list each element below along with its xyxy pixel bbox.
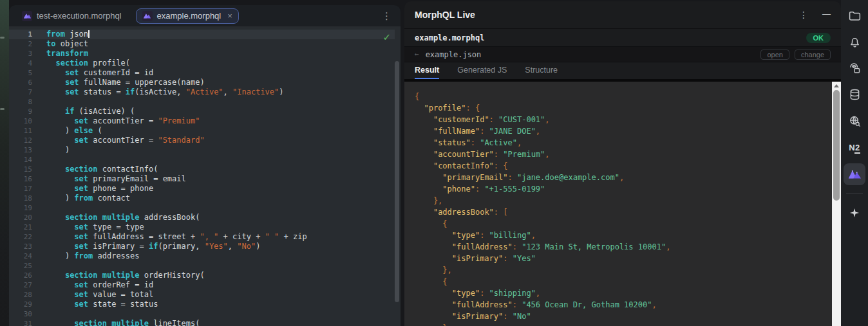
code-line: to object	[46, 39, 392, 49]
text-token	[46, 107, 65, 116]
json-punctuation: ,	[536, 289, 540, 298]
text-token: fullName = uppercase(name)	[79, 78, 205, 87]
text-token: customerId = id	[79, 68, 154, 77]
tab-test-execution[interactable]: test-execution.morphql	[15, 8, 128, 24]
text-token	[46, 222, 74, 231]
result-scrollbar-thumb[interactable]	[833, 90, 840, 201]
tab-label: example.morphql	[157, 11, 222, 21]
keyword-token: transform	[46, 49, 88, 58]
keyword-token: from	[74, 194, 93, 203]
text-token: fullAddress = street +	[88, 232, 200, 241]
keyword-token: section	[65, 213, 98, 222]
string-token: "No"	[237, 242, 256, 251]
editor-scrollbar-thumb[interactable]	[395, 61, 399, 302]
json-punctuation	[415, 254, 452, 263]
text-token	[46, 280, 74, 289]
active-file-name: example.morphql	[415, 33, 484, 42]
minimize-icon[interactable]: —	[822, 9, 831, 19]
files-icon[interactable]	[847, 8, 862, 23]
line-number: 9	[9, 107, 32, 116]
line-number: 3	[9, 49, 32, 59]
json-punctuation: },	[415, 323, 452, 326]
json-punctuation	[415, 208, 433, 217]
code-line	[46, 155, 392, 165]
keyword-token: set	[74, 242, 88, 251]
line-number: 13	[9, 145, 32, 155]
text-token: state = status	[88, 300, 158, 309]
line-number: 18	[9, 194, 32, 203]
keyword-token: set	[74, 116, 88, 125]
keyword-token: multiple	[102, 213, 140, 222]
change-button[interactable]: change	[795, 50, 831, 60]
text-token: ,	[223, 87, 232, 96]
tab-result[interactable]: Result	[415, 66, 439, 79]
tab-generated-js[interactable]: Generated JS	[457, 66, 507, 79]
code-editor[interactable]: 1234567891011121314151617181920212223242…	[9, 26, 401, 326]
line-number: 4	[9, 59, 32, 68]
close-icon[interactable]: ×	[227, 11, 232, 21]
json-punctuation	[415, 312, 452, 321]
panel-menu-icon[interactable]: ⋮	[799, 10, 808, 20]
database-icon[interactable]	[847, 87, 862, 102]
keyword-token: section	[65, 271, 98, 280]
json-result-view[interactable]: { "profile": { "customerId": "CUST-001",…	[404, 82, 832, 326]
code-line: set value = total	[46, 290, 392, 300]
json-punctuation	[415, 127, 433, 136]
keyword-token: from	[46, 30, 65, 39]
json-punctuation: ,	[531, 231, 536, 240]
keyword-token: set	[74, 184, 88, 193]
json-key: "fullAddress"	[452, 300, 513, 309]
json-punctuation: :	[494, 150, 503, 159]
json-punctuation: ,	[666, 242, 670, 251]
json-value: "+1-555-0199"	[484, 185, 545, 194]
open-button[interactable]: open	[760, 50, 789, 60]
sidebar-divider	[846, 194, 863, 194]
json-punctuation: {	[415, 277, 448, 286]
string-token: "Premium"	[158, 116, 200, 125]
line-number: 10	[9, 116, 32, 126]
json-punctuation	[415, 104, 424, 113]
code-line: set orderRef = id	[46, 280, 392, 290]
line-number: 14	[9, 155, 32, 165]
morphql-live-panel: MorphQL Live ⋮ — example.morphql OK ← ex…	[404, 1, 841, 326]
json-punctuation: },	[415, 266, 452, 275]
line-number: 23	[9, 242, 32, 251]
text-token: contactInfo(	[97, 165, 158, 174]
text-token	[97, 213, 102, 222]
json-line: },	[415, 264, 832, 276]
code-line: section multiple lineItems(	[46, 319, 392, 326]
json-punctuation: {	[415, 92, 419, 101]
json-key: "accountTier"	[433, 150, 494, 159]
text-token: contact	[93, 194, 130, 203]
keyword-token: set	[65, 87, 79, 96]
web-search-icon[interactable]	[847, 113, 862, 129]
cast-icon[interactable]	[847, 60, 862, 76]
tab-example[interactable]: example.morphql ×	[136, 8, 239, 24]
line-number: 6	[9, 78, 32, 87]
text-token: )	[46, 251, 74, 260]
sparkle-icon[interactable]	[847, 205, 862, 221]
code-line: set type = type	[46, 222, 392, 232]
tab-structure[interactable]: Structure	[525, 66, 558, 79]
scroll-up-icon[interactable]	[834, 84, 839, 87]
code-line: ) from contact	[46, 194, 392, 203]
code-line: )	[46, 145, 392, 155]
notifications-bell-icon[interactable]	[847, 34, 862, 50]
text-token: )	[256, 242, 260, 251]
line-number: 29	[9, 300, 32, 309]
editor-menu-icon[interactable]: ⋮	[378, 10, 395, 22]
code-area[interactable]: from jsonto objecttransform section prof…	[46, 30, 392, 326]
json-punctuation: ,	[536, 127, 540, 136]
text-token	[46, 213, 65, 222]
morphql-app-icon[interactable]	[844, 163, 865, 185]
text-token: orderRef = id	[88, 280, 153, 289]
n2-icon[interactable]: N2	[847, 140, 862, 155]
editor-scrollbar[interactable]	[395, 26, 399, 326]
result-scrollbar[interactable]	[832, 82, 841, 326]
json-key: "fullAddress"	[452, 242, 513, 251]
text-token	[46, 59, 55, 68]
keyword-token: set	[65, 68, 79, 77]
line-number: 22	[9, 232, 32, 242]
json-line: "primaryEmail": "jane.doe@example.com",	[415, 172, 832, 183]
json-punctuation: ,	[619, 173, 624, 182]
